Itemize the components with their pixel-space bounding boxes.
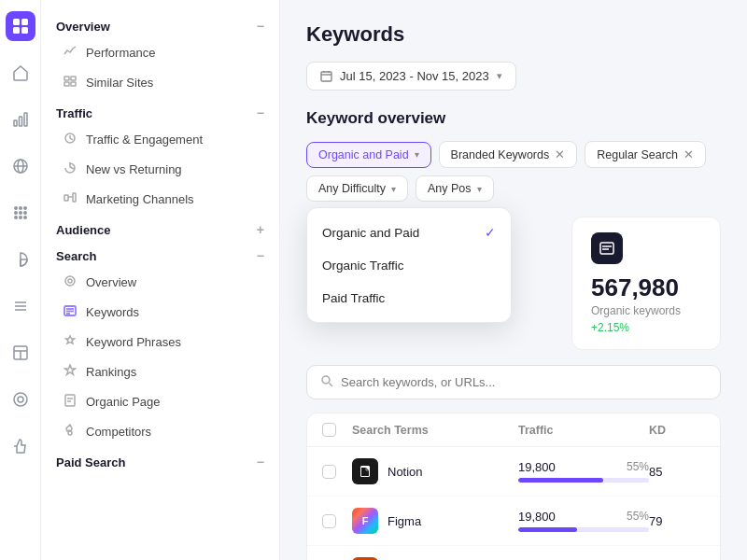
- keywords-icon: [63, 304, 77, 320]
- nav-icon-home[interactable]: [6, 58, 35, 88]
- sidebar-item-new-vs-returning[interactable]: New vs Returning: [49, 155, 272, 184]
- nav-icon-chart[interactable]: [6, 105, 35, 134]
- marketing-channels-icon: [63, 191, 77, 207]
- search-overview-label: Overview: [86, 275, 136, 289]
- search-label: Search: [56, 249, 96, 263]
- select-all-checkbox[interactable]: [322, 423, 336, 437]
- figma-traffic-bar: [518, 527, 649, 532]
- keyword-search-bar[interactable]: [306, 365, 721, 399]
- date-range-label: Jul 15, 2023 - Nov 15, 2023: [340, 69, 489, 83]
- table-row[interactable]: Notion 19,800 55% 85: [307, 447, 720, 497]
- notion-site-name: Notion: [352, 458, 518, 484]
- dropdown-organic-paid-label: Organic and Paid: [322, 226, 419, 240]
- table-row[interactable]: F Figma 19,800 55% 79: [307, 497, 720, 546]
- notion-traffic-bar: [518, 478, 649, 483]
- branded-remove-icon[interactable]: ✕: [555, 147, 565, 161]
- dropdown-paid-traffic[interactable]: Paid Traffic: [307, 282, 511, 315]
- nav-icon-apps[interactable]: [6, 198, 35, 228]
- dropdown-organic-traffic[interactable]: Organic Traffic: [307, 249, 511, 282]
- nav-icon-list[interactable]: [6, 291, 35, 321]
- sidebar-item-keywords[interactable]: Keywords: [49, 298, 272, 327]
- search-collapse[interactable]: −: [257, 248, 264, 263]
- traffic-label: Traffic: [56, 106, 92, 120]
- nav-icon-thumb[interactable]: [6, 431, 35, 461]
- sidebar-item-performance[interactable]: Performance: [49, 38, 272, 67]
- position-label: Any Pos: [428, 182, 472, 195]
- position-filter[interactable]: Any Pos ▾: [416, 175, 494, 202]
- svg-point-11: [19, 206, 22, 210]
- sidebar-section-paid: Paid Search −: [41, 447, 279, 473]
- difficulty-filter[interactable]: Any Difficulty ▾: [306, 175, 408, 202]
- svg-point-12: [23, 206, 27, 210]
- rankings-icon: [63, 364, 77, 380]
- stat-keywords-icon: [591, 232, 623, 264]
- audience-collapse[interactable]: +: [257, 222, 264, 237]
- svg-rect-3: [21, 27, 28, 34]
- checkmark-icon: ✓: [485, 225, 496, 240]
- check-header: [322, 423, 352, 437]
- sidebar-item-marketing-channels[interactable]: Marketing Channels: [49, 185, 272, 214]
- figma-kd: 79: [649, 514, 705, 528]
- performance-icon: [63, 45, 77, 61]
- row-checkbox-notion[interactable]: [322, 465, 352, 479]
- svg-rect-41: [65, 395, 75, 406]
- svg-point-15: [23, 211, 27, 215]
- sidebar-item-traffic-engagement[interactable]: Traffic & Engagement: [49, 125, 272, 154]
- traffic-type-label: Organic and Paid: [318, 148, 409, 161]
- traffic-type-chevron-icon: ▾: [415, 149, 419, 160]
- organic-keywords-value: 567,980: [591, 273, 701, 302]
- sidebar-item-search-overview[interactable]: Overview: [49, 268, 272, 297]
- svg-point-18: [23, 216, 27, 219]
- sidebar-section-traffic: Traffic −: [41, 98, 279, 124]
- sidebar-item-keyword-phrases[interactable]: Keyword Phrases: [49, 328, 272, 357]
- sidebar-item-rankings[interactable]: Rankings: [49, 357, 272, 386]
- svg-point-36: [68, 279, 72, 283]
- nav-icon-target[interactable]: [6, 385, 35, 414]
- svg-rect-31: [71, 82, 76, 86]
- sidebar-item-similar-sites[interactable]: Similar Sites: [49, 68, 272, 97]
- svg-rect-0: [13, 19, 20, 25]
- regular-search-filter[interactable]: Regular Search ✕: [585, 141, 706, 168]
- organic-page-icon: [63, 394, 77, 410]
- figma-traffic-bar-fill: [518, 527, 577, 532]
- nav-icon-globe[interactable]: [6, 151, 35, 181]
- traffic-type-dropdown: Organic and Paid ✓ Organic Traffic Paid …: [306, 207, 512, 323]
- branded-keywords-filter[interactable]: Branded Keywords ✕: [439, 141, 578, 168]
- keywords-label: Keywords: [86, 305, 139, 319]
- svg-point-16: [14, 216, 18, 219]
- regular-remove-icon[interactable]: ✕: [684, 147, 694, 161]
- nav-icon-table[interactable]: [6, 338, 35, 368]
- new-returning-icon: [63, 161, 77, 177]
- overview-collapse[interactable]: −: [257, 19, 264, 34]
- notion-kd: 85: [649, 465, 705, 479]
- notion-traffic-value: 19,800: [518, 460, 556, 474]
- new-returning-label: New vs Returning: [86, 162, 182, 176]
- notion-logo: [352, 458, 378, 484]
- svg-point-26: [18, 397, 23, 402]
- svg-rect-30: [64, 82, 69, 86]
- notion-traffic-bar-fill: [518, 478, 603, 483]
- nav-icon-pie[interactable]: [6, 245, 35, 274]
- competitors-icon: [63, 424, 77, 440]
- page-title: Keywords: [306, 22, 721, 47]
- sidebar-item-competitors[interactable]: Competitors: [49, 417, 272, 446]
- section-title: Keyword overview: [306, 109, 721, 128]
- date-picker[interactable]: Jul 15, 2023 - Nov 15, 2023 ▾: [306, 62, 516, 91]
- paid-collapse[interactable]: −: [257, 455, 264, 469]
- figma-name: Figma: [388, 514, 421, 528]
- organic-keywords-card: 567,980 Organic keywords +2.15%: [571, 217, 721, 350]
- notion-name: Notion: [388, 465, 423, 479]
- search-input[interactable]: [341, 375, 707, 389]
- row-checkbox-figma[interactable]: [322, 514, 352, 528]
- dropdown-organic-paid[interactable]: Organic and Paid ✓: [307, 216, 511, 249]
- traffic-collapse[interactable]: −: [257, 105, 264, 120]
- nav-icon-grid[interactable]: [6, 11, 35, 41]
- traffic-type-filter[interactable]: Organic and Paid ▾: [306, 142, 431, 168]
- sidebar-item-organic-page[interactable]: Organic Page: [49, 387, 272, 416]
- audience-label: Audience: [56, 223, 111, 237]
- paid-search-label: Paid Search: [56, 455, 125, 469]
- organic-keywords-change: +2.15%: [591, 321, 701, 334]
- keywords-table: Search Terms Traffic KD Notion: [306, 413, 721, 560]
- table-row[interactable]: P Product hunt 19,800 55% 45: [307, 546, 720, 560]
- dropdown-organic-traffic-label: Organic Traffic: [322, 259, 404, 273]
